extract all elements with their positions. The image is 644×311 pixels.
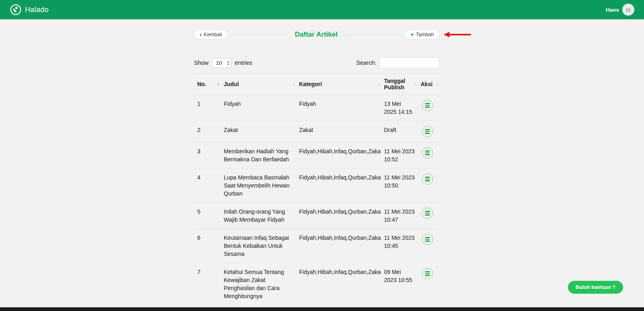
row-actions-button[interactable] [422,147,433,159]
cell-judul: Ketahui Semua Tentang Kewajiban Zakat Pe… [221,263,296,305]
row-actions-button[interactable] [422,234,433,245]
cell-aksi [417,142,440,169]
page-title: Daftar Artikel [295,31,338,39]
cell-kategori: Fidyah,Hibah,Infaq,Qurban,Zakat [296,203,381,229]
back-button-label: Kembali [204,32,222,37]
plus-icon: + [411,33,414,37]
cell-judul: Lupa Membaca Basmalah Saat Menyembelih H… [221,169,296,203]
show-label: Show [194,60,208,66]
column-label: No. [197,81,206,87]
cell-kategori: Fidyah,Hibah,Infaq,Qurban,Zakat [296,229,381,263]
table-row: 3Memberikan Hadiah Yang Bermakna Dan Ber… [194,142,440,169]
cell-aksi [417,95,440,121]
cell-no: 4 [194,169,221,203]
table-row: 5Inilah Orang-orang Yang Wajib Membayar … [194,203,440,229]
entries-label: entries [235,60,252,66]
cell-judul: Zakat [221,121,296,142]
top-navbar: Halado Hans H [0,0,644,19]
cell-no: 7 [194,263,221,305]
table-row: 4Lupa Membaca Basmalah Saat Menyembelih … [194,169,440,203]
column-label: Judul [224,81,239,87]
column-header-judul[interactable]: Judul ↑↓ [221,74,296,95]
table-header: No. ↑↓ Judul ↑↓ Kategori ↑↓ Tanggal Publ… [194,74,440,95]
page-length-select[interactable]: 10 [212,58,231,68]
brand-name: Halado [25,6,49,14]
search-label: Search: [356,60,376,66]
menu-icon [425,129,430,134]
cell-kategori: Fidyah,Hibah,Infaq,Qurban,Zakat [296,169,381,203]
annotation-arrow [444,32,471,37]
column-label: Kategori [299,81,322,87]
cell-tanggal-publish: 11 Mei 2023 10:45 [381,229,417,263]
cell-no: 1 [194,95,221,121]
menu-icon [425,211,430,216]
brand[interactable]: Halado [10,4,49,16]
cell-no: 6 [194,229,221,263]
sort-icon: ↑↓ [414,82,416,87]
cell-tanggal-publish: 13 Mei 2025 14:15 [381,95,417,121]
help-button[interactable]: Butuh bantuan ? [568,281,623,294]
cell-aksi [417,203,440,229]
articles-table: No. ↑↓ Judul ↑↓ Kategori ↑↓ Tanggal Publ… [194,73,440,305]
add-button-label: Tambah [416,32,434,37]
table-row: 2ZakatZakatDraft [194,121,440,142]
row-actions-button[interactable] [422,173,433,185]
cell-no: 3 [194,142,221,169]
divider-line [232,35,287,35]
table-row: 6Keutamaan Infaq Sebagai Bentuk Kebaikan… [194,229,440,263]
sort-icon: ↑↓ [217,82,219,87]
column-header-aksi[interactable]: Aksi ↑↓ [417,74,440,95]
bottom-edge-bar [0,307,644,311]
row-actions-button[interactable] [422,100,433,111]
halado-logo-icon [10,4,22,16]
page-header: ‹ Kembali Daftar Artikel + Tambah [194,30,440,39]
arrow-shaft [450,34,471,35]
avatar[interactable]: H [622,4,634,16]
cell-tanggal-publish: 11 Mei 2023 10:50 [381,169,417,203]
table-body: 1FidyahFidyah13 Mei 2025 14:152ZakatZaka… [194,95,440,305]
cell-judul: Keutamaan Infaq Sebagai Bentuk Kebaikan … [221,229,296,263]
cell-kategori: Fidyah,Hibah,Infaq,Qurban,Zakat [296,263,381,305]
cell-kategori: Fidyah,Hibah,Infaq,Qurban,Zakat [296,142,381,169]
column-label: Tanggal Publish [384,78,412,91]
cell-aksi [417,169,440,203]
cell-no: 2 [194,121,221,142]
page-length-select-wrap: 10 ▲▼ [212,58,231,68]
search-input[interactable] [379,57,440,68]
user-menu[interactable]: Hans H [606,4,634,16]
cell-kategori: Zakat [296,121,381,142]
menu-icon [425,271,430,276]
search-control: Search: [356,57,440,68]
cell-no: 5 [194,203,221,229]
page-length-control: Show 10 ▲▼ entries [194,58,252,68]
row-actions-button[interactable] [422,126,433,137]
row-actions-button[interactable] [422,268,433,279]
cell-judul: Fidyah [221,95,296,121]
cell-tanggal-publish: Draft [381,121,417,142]
column-header-kategori[interactable]: Kategori ↑↓ [296,74,381,95]
sort-icon: ↑↓ [292,82,294,87]
row-actions-button[interactable] [422,208,433,219]
chevron-left-icon: ‹ [200,33,202,37]
menu-icon [425,103,430,108]
menu-icon [425,150,430,155]
cell-kategori: Fidyah [296,95,381,121]
sort-icon: ↑↓ [436,82,438,87]
column-header-no[interactable]: No. ↑↓ [194,74,221,95]
cell-tanggal-publish: 11 Mei 2023 10:47 [381,203,417,229]
cell-aksi [417,229,440,263]
column-header-tanggal-publish[interactable]: Tanggal Publish ↑↓ [381,74,417,95]
sort-icon: ↑↓ [377,82,379,87]
cell-tanggal-publish: 09 Mei 2023 10:55 [381,263,417,305]
cell-tanggal-publish: 11 Mei 2023 10:52 [381,142,417,169]
table-controls: Show 10 ▲▼ entries Search: [194,57,440,68]
back-button[interactable]: ‹ Kembali [194,30,228,39]
main-content: ‹ Kembali Daftar Artikel + Tambah Show 1… [194,30,440,311]
add-button[interactable]: + Tambah [405,30,440,39]
user-name: Hans [606,7,619,13]
cell-aksi [417,121,440,142]
table-row: 7Ketahui Semua Tentang Kewajiban Zakat P… [194,263,440,305]
cell-aksi [417,263,440,305]
column-label: Aksi [421,81,433,87]
divider-line [346,35,401,35]
